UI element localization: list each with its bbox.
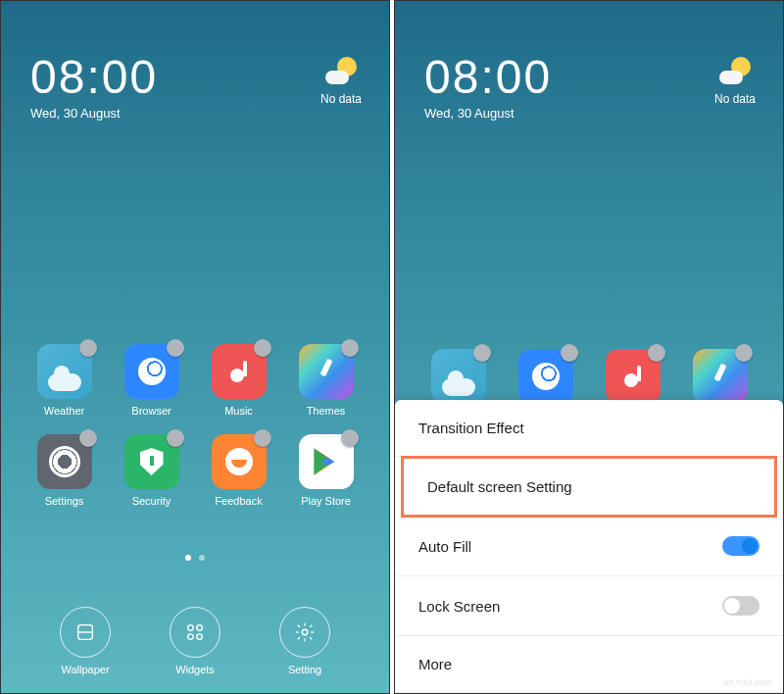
app-settings[interactable]: Settings xyxy=(25,434,103,507)
svg-point-2 xyxy=(197,625,203,631)
weather-status: No data xyxy=(714,92,756,106)
clock-time: 08:00 xyxy=(424,50,552,104)
weather-icon xyxy=(325,55,357,86)
settings-sheet: Transition Effect Default screen Setting… xyxy=(395,400,783,693)
clock-date: Wed, 30 August xyxy=(30,106,158,121)
svg-point-5 xyxy=(302,629,308,635)
svg-point-4 xyxy=(197,634,203,640)
phone-right: 08:00 Wed, 30 August No data Transition … xyxy=(394,0,784,694)
weather-widget[interactable]: No data xyxy=(714,55,756,106)
clock-date: Wed, 30 August xyxy=(424,106,552,121)
sheet-transition-effect[interactable]: Transition Effect xyxy=(395,400,783,457)
play-store-icon xyxy=(313,447,340,476)
weather-status: No data xyxy=(320,92,362,106)
weather-icon xyxy=(719,55,751,86)
app-weather[interactable] xyxy=(419,349,497,404)
phone-left: 08:00 Wed, 30 August No data Weather Bro… xyxy=(0,0,390,694)
svg-point-3 xyxy=(188,634,194,640)
sheet-auto-fill[interactable]: Auto Fill xyxy=(395,517,783,576)
app-feedback[interactable]: Feedback xyxy=(200,434,277,507)
app-weather[interactable]: Weather xyxy=(25,344,103,417)
widgets-icon xyxy=(184,621,206,643)
setting-button[interactable]: Setting xyxy=(279,607,330,675)
editor-actions: Wallpaper Widgets Setting xyxy=(1,607,389,675)
app-music[interactable] xyxy=(594,349,671,404)
lockscreen-toggle[interactable] xyxy=(722,596,760,616)
sheet-default-screen-setting[interactable]: Default screen Setting xyxy=(401,456,777,518)
page-indicator xyxy=(1,555,389,561)
wallpaper-icon xyxy=(74,621,96,643)
autofill-toggle[interactable] xyxy=(722,536,760,556)
widgets-button[interactable]: Widgets xyxy=(170,607,220,675)
app-security[interactable]: Security xyxy=(113,434,190,507)
app-browser[interactable] xyxy=(507,349,584,404)
clock-widget[interactable]: 08:00 Wed, 30 August xyxy=(30,50,158,121)
app-browser[interactable]: Browser xyxy=(113,344,190,417)
app-row-partial xyxy=(395,349,783,404)
app-music[interactable]: Music xyxy=(200,344,277,417)
watermark-sub: en.miui.com xyxy=(723,677,771,687)
sheet-lock-screen[interactable]: Lock Screen xyxy=(395,576,783,636)
weather-widget[interactable]: No data xyxy=(320,55,362,106)
gear-icon xyxy=(294,621,316,643)
clock-widget[interactable]: 08:00 Wed, 30 August xyxy=(424,50,552,121)
svg-point-1 xyxy=(188,625,194,631)
wallpaper-button[interactable]: Wallpaper xyxy=(60,607,111,675)
app-grid: Weather Browser Music Themes Settings Se… xyxy=(1,344,389,507)
app-themes[interactable] xyxy=(681,349,759,404)
app-playstore[interactable]: Play Store xyxy=(287,434,365,507)
clock-time: 08:00 xyxy=(30,50,158,104)
app-themes[interactable]: Themes xyxy=(287,344,365,417)
